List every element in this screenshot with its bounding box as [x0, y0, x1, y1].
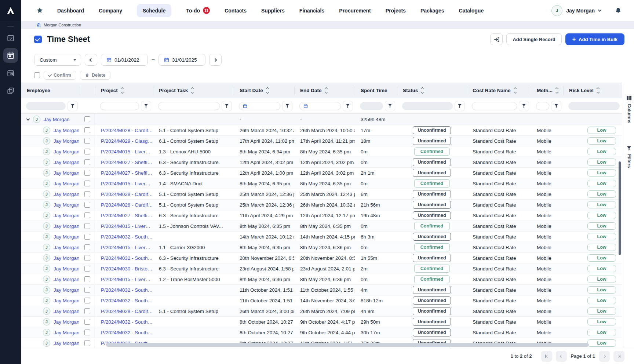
previous-page-button[interactable] [556, 351, 567, 362]
breadcrumb-company[interactable]: Morgan Construction [44, 23, 81, 27]
sort-icon[interactable] [191, 88, 193, 93]
row-checkbox[interactable] [84, 191, 90, 197]
row-checkbox[interactable] [84, 202, 90, 208]
project-link[interactable]: P/2024/M032 - Southampt... [101, 319, 153, 325]
row-checkbox[interactable] [84, 149, 90, 154]
row-checkbox[interactable] [84, 234, 90, 240]
row-checkbox[interactable] [84, 298, 90, 303]
row-checkbox[interactable] [84, 287, 90, 293]
vertical-scrollbar-thumb[interactable] [619, 161, 621, 255]
employee-link[interactable]: Jay Morgan [54, 170, 80, 176]
row-checkbox[interactable] [84, 170, 90, 176]
project-filter-input[interactable] [100, 102, 139, 110]
status-filter-input[interactable] [402, 102, 453, 110]
group-employee-link[interactable]: Jay Morgan [44, 117, 70, 122]
employee-link[interactable]: Jay Morgan [54, 287, 80, 293]
row-checkbox[interactable] [84, 276, 90, 282]
column-header-risk-level[interactable]: Risk Level [563, 83, 622, 98]
employee-link[interactable]: Jay Morgan [54, 319, 80, 325]
first-page-button[interactable] [541, 351, 552, 362]
add-time-in-bulk-button[interactable]: + Add Time in Bulk [565, 33, 624, 45]
employee-link[interactable]: Jay Morgan [54, 160, 80, 165]
sort-icon[interactable] [266, 88, 269, 93]
nav-item-procurement[interactable]: Procurement [339, 8, 371, 14]
favorites-star-icon[interactable] [36, 7, 43, 14]
nav-item-financials[interactable]: Financials [299, 8, 324, 14]
sort-icon[interactable] [121, 88, 123, 93]
column-header-cost-rate-name[interactable]: Cost Rate Name [467, 83, 531, 98]
row-checkbox[interactable] [84, 159, 90, 165]
project-link[interactable]: P/2024/M032 - Southampt... [101, 287, 153, 293]
sort-icon[interactable] [514, 88, 516, 93]
nav-item-packages[interactable]: Packages [420, 8, 444, 14]
project-link[interactable]: P/2024/M028 - Cardiff Ba... [101, 192, 153, 197]
employee-link[interactable]: Jay Morgan [54, 245, 80, 250]
export-button[interactable] [490, 33, 503, 45]
add-single-record-button[interactable]: Add Single Record [506, 33, 561, 45]
project-link[interactable]: P/2024/M028 - Cardiff Ba... [101, 309, 153, 314]
sort-icon[interactable] [325, 88, 327, 93]
columns-icon[interactable] [627, 96, 631, 100]
employee-link[interactable]: Jay Morgan [54, 277, 80, 282]
project-link[interactable]: P/2024/M030 - Bristol Inte... [101, 266, 153, 272]
project-task-filter-button[interactable] [222, 101, 232, 111]
filters-panel-toggle[interactable]: Filters [627, 154, 632, 168]
start-date-input[interactable]: 01/01/2022 [101, 54, 148, 66]
column-header-status[interactable]: Status [397, 83, 467, 98]
row-checkbox[interactable] [84, 308, 90, 314]
risk-level-filter-input[interactable] [568, 102, 620, 110]
sort-icon[interactable] [597, 88, 599, 93]
employee-link[interactable]: Jay Morgan [54, 266, 80, 272]
project-link[interactable]: P/2024/M032 - Southampt... [101, 298, 153, 303]
project-link[interactable]: P/2024/M028 - Cardiff Ba... [101, 128, 153, 133]
status-filter-button[interactable] [455, 101, 464, 111]
project-link[interactable]: P/2024/M028 - Cardiff Ba... [101, 202, 153, 208]
row-checkbox[interactable] [84, 223, 90, 229]
columns-panel-toggle[interactable]: Columns [627, 104, 632, 123]
end-date-filter-input[interactable] [299, 102, 341, 110]
employee-link[interactable]: Jay Morgan [54, 192, 80, 197]
employee-link[interactable]: Jay Morgan [54, 255, 80, 261]
sidebar-item-schedule-view[interactable] [3, 66, 18, 80]
app-logo[interactable] [0, 0, 21, 21]
employee-link[interactable]: Jay Morgan [54, 181, 80, 186]
employee-link[interactable]: Jay Morgan [54, 309, 80, 314]
sort-icon[interactable] [421, 88, 423, 93]
column-header-end-date[interactable]: End Date [294, 83, 355, 98]
row-checkbox[interactable] [84, 340, 90, 346]
filters-icon[interactable] [627, 146, 631, 150]
spent-time-filter-button[interactable] [385, 101, 395, 111]
notifications-bell-icon[interactable] [615, 7, 622, 14]
project-filter-button[interactable] [141, 101, 151, 111]
nav-item-todo[interactable]: To-do11 [186, 7, 210, 14]
project-link[interactable]: P/2024/M015 - Liverpool A... [101, 277, 153, 282]
project-link[interactable]: P/2024/M032 - Southampt... [101, 234, 153, 240]
row-checkbox[interactable] [84, 244, 90, 250]
project-link[interactable]: P/2024/M027 - Sheffield E... [101, 170, 153, 176]
user-menu[interactable]: J Jay Morgan [551, 5, 601, 16]
end-date-filter-button[interactable] [343, 101, 353, 111]
row-checkbox[interactable] [84, 138, 90, 144]
sidebar-item-timesheet[interactable] [3, 48, 18, 63]
employee-link[interactable]: Jay Morgan [54, 223, 80, 229]
sidebar-item-timesheet-approvals[interactable] [3, 30, 18, 45]
project-link[interactable]: P/2024/M015 - Liverpool A... [101, 223, 153, 229]
project-link[interactable]: P/2024/M027 - Sheffield E... [101, 160, 153, 165]
row-checkbox[interactable] [84, 255, 90, 261]
employee-link[interactable]: Jay Morgan [54, 138, 80, 144]
row-checkbox[interactable] [84, 330, 90, 335]
project-link[interactable]: P/2024/M015 - Liverpool A... [101, 149, 153, 154]
cost-rate-filter-button[interactable] [519, 101, 529, 111]
nav-item-dashboard[interactable]: Dashboard [57, 8, 84, 14]
nav-item-schedule[interactable]: Schedule [137, 4, 171, 17]
method-filter-input[interactable] [536, 102, 549, 110]
date-preset-select[interactable]: Custom [34, 54, 81, 66]
row-checkbox[interactable] [84, 319, 90, 325]
column-header-employee[interactable]: Employee [21, 83, 80, 98]
nav-item-suppliers[interactable]: Suppliers [261, 8, 285, 14]
delete-button[interactable]: Delete [80, 71, 111, 80]
employee-link[interactable]: Jay Morgan [54, 149, 80, 154]
column-header-start-date[interactable]: Start Date [234, 83, 294, 98]
employee-link[interactable]: Jay Morgan [54, 128, 80, 133]
project-link[interactable]: P/2024/M027 - Sheffield E... [101, 213, 153, 218]
